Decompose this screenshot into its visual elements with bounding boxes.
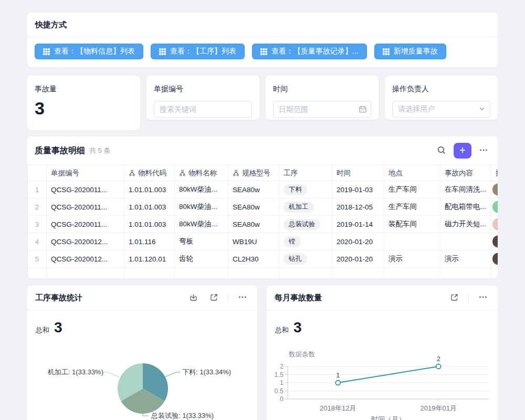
y-tick-label: 0	[280, 395, 284, 403]
pie-slice-label: 总装试验: 1(33.33%)	[151, 412, 214, 419]
table-cell: 1.01.01.003	[124, 181, 175, 198]
operator-filter-card: 操作负责人 请选择用户	[385, 76, 498, 120]
incident-count-value: 3	[35, 98, 133, 119]
table-header-cell[interactable]: 地点	[384, 165, 440, 181]
table-cell: 生产车间	[384, 181, 440, 198]
table-cell	[491, 216, 498, 233]
pie-leader-line	[103, 372, 119, 377]
plus-icon	[458, 146, 467, 156]
table-row[interactable]: 3QCSG-2020011...1.01.01.00380kW柴油...SEA8…	[28, 216, 498, 233]
table-title: 质量事故明细	[35, 145, 85, 156]
table-cell: 机加工	[279, 198, 332, 216]
pie-total-label: 总和	[36, 326, 49, 335]
operator-select[interactable]: 请选择用户	[392, 101, 490, 118]
y-tick-label: 0.5	[275, 387, 284, 395]
table-cell: 演示	[384, 250, 440, 268]
table-cell: QCSG-2020011...	[47, 181, 124, 198]
operator-label: 操作负责人	[392, 85, 490, 94]
table-header-cell[interactable]: 工序	[279, 165, 332, 181]
x-axis-title: 时间（月）	[371, 415, 405, 420]
table-header-cell[interactable]: 物料名称	[175, 165, 228, 181]
table-cell	[384, 233, 440, 250]
shortcut-button[interactable]: 新增质量事故	[374, 44, 446, 59]
table-cell: 下料	[279, 181, 332, 198]
table-header-cell[interactable]: 操作负责人	[491, 165, 498, 181]
grid-icon	[260, 48, 267, 55]
line-total-row: 总和 3	[275, 319, 489, 336]
table-cell: 1.01.01.003	[124, 198, 175, 216]
table-header-cell[interactable]: 物料代码	[124, 165, 175, 181]
date-range-input[interactable]	[273, 101, 371, 118]
chevron-down-icon	[478, 105, 486, 114]
shortcut-button[interactable]: 查看：【工序】列表	[151, 44, 245, 59]
y-tick-label: 1.5	[275, 371, 284, 379]
table-cell: 总装试验	[279, 216, 332, 233]
pie-total-value: 3	[54, 319, 62, 336]
shortcut-button-label: 查看：【工序】列表	[170, 47, 236, 56]
table-cell: 2020-01-20	[332, 233, 384, 250]
table-row[interactable]: 5QCSG-2020012...1.01.120.01齿轮CL2H30钻孔202…	[28, 250, 498, 268]
pie-chart: 下料: 1(33.34%)总装试验: 1(33.33%)机加工: 1(33.33…	[27, 338, 257, 420]
table-cell: 配电箱带电...	[440, 198, 491, 216]
y-tick-label: 2	[280, 363, 284, 370]
table-cell: 演示	[440, 250, 491, 268]
incident-count-label: 事故量	[35, 85, 133, 94]
x-tick-label: 2018年12月	[320, 404, 356, 412]
monthly-count-card: 每月事故数量 总和 3 00.51	[267, 286, 498, 420]
table-header-cell[interactable]: 规格型号	[228, 165, 279, 181]
table-cell	[491, 233, 498, 250]
table-cell: QCSG-2020012...	[47, 233, 124, 250]
expand-chart-button[interactable]	[207, 291, 220, 306]
table-cell: 80kW柴油...	[175, 181, 228, 198]
process-tag: 机加工	[284, 202, 314, 213]
download-icon	[189, 293, 198, 303]
table-row[interactable]: 4QCSG-2020012...1.01.116弯板WB19U镗2020-01-…	[28, 233, 498, 250]
table-cell: QCSG-2020012...	[47, 250, 124, 268]
data-point-label: 2	[437, 355, 440, 363]
table-row	[28, 268, 498, 279]
table-record-count: 共 5 条	[89, 146, 110, 155]
line-total-label: 总和	[275, 326, 289, 335]
table-cell: 5	[28, 250, 47, 268]
table-header-cell[interactable]: 事故内容	[440, 165, 491, 181]
process-tag: 钻孔	[284, 254, 307, 265]
table-cell: SEA80w	[228, 181, 279, 198]
data-point[interactable]	[436, 364, 441, 369]
table-header-cell[interactable]: 时间	[332, 165, 384, 181]
table-cell: QCSG-2020011...	[47, 216, 124, 233]
shortcut-button[interactable]: 查看：【质量事故记录】...	[252, 44, 367, 59]
shortcut-button[interactable]: 查看：【物料信息】列表	[35, 44, 143, 59]
time-label: 时间	[273, 85, 371, 94]
grid-icon	[383, 48, 390, 55]
doc-no-label: 单据编号	[154, 85, 252, 94]
x-tick-label: 2019年01月	[421, 404, 457, 412]
table-header-cell[interactable]: 单据编号	[47, 165, 124, 181]
y-tick-label: 1	[280, 379, 284, 386]
table-cell: 生产车间	[384, 198, 440, 216]
table-cell: 装配车间	[384, 216, 440, 233]
process-stats-header: 工序事故统计	[27, 286, 257, 311]
table-cell: 1.01.116	[124, 233, 175, 250]
table-more-button[interactable]	[477, 143, 490, 159]
shortcut-button-label: 查看：【质量事故记录】...	[271, 47, 359, 56]
shortcut-button-label: 查看：【物料信息】列表	[54, 47, 135, 56]
time-filter-card: 时间	[266, 76, 379, 120]
pie-total-row: 总和 3	[36, 319, 249, 336]
data-point-label: 1	[336, 372, 340, 379]
search-button[interactable]	[435, 143, 448, 159]
pie-slice-label: 下料: 1(33.34%)	[182, 368, 231, 376]
line-more-button[interactable]	[476, 290, 490, 306]
add-record-button[interactable]	[454, 143, 471, 159]
table-row[interactable]: 2QCSG-2020011...1.01.01.00380kW柴油...SEA8…	[28, 198, 498, 216]
table-row[interactable]: 1QCSG-2020011...1.01.01.00380kW柴油...SEA8…	[28, 181, 498, 198]
table-cell: 2	[28, 198, 47, 216]
export-image-button[interactable]	[187, 291, 200, 306]
table-cell: 钻孔	[279, 250, 332, 268]
y-axis-title: 数据条数	[289, 351, 316, 358]
pie-more-button[interactable]	[236, 290, 249, 306]
doc-no-search-input[interactable]	[154, 101, 252, 118]
avatar	[492, 253, 498, 265]
data-point[interactable]	[335, 381, 340, 385]
pie-slice-label: 机加工: 1(33.33%)	[48, 368, 103, 376]
expand-chart-button[interactable]	[448, 291, 461, 306]
